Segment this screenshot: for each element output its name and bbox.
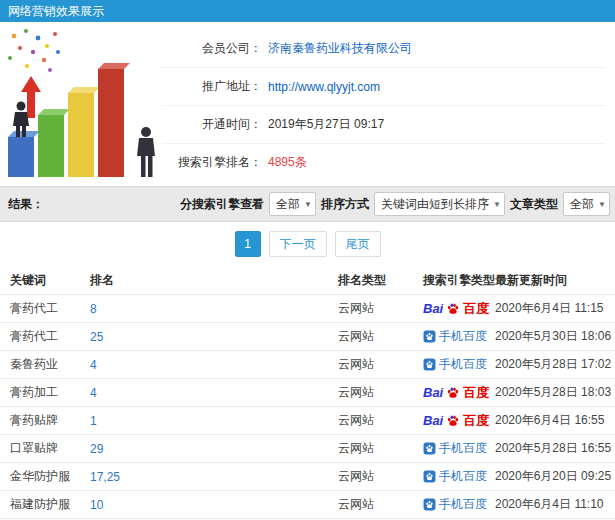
mobile-baidu-icon [423,498,436,511]
engine-cell: Bai百度 [423,412,495,430]
bar-chart-illustration-svg [0,22,162,186]
open-time-value: 2019年5月27日 09:17 [268,116,384,133]
rank-link[interactable]: 4 [90,358,338,372]
table-row: 金华防护服 17,25 云网站 手机百度 2020年6月20日 09:25 [0,462,615,490]
engine-cell: Bai百度 [423,384,495,402]
table-row: 膏药贴牌 1 云网站 Bai百度 2020年6月4日 16:55 [0,406,615,434]
updated-cell: 2020年6月20日 09:25 [495,468,615,485]
header-rank: 排名 [90,272,338,289]
filter-bar: 结果： 分搜索引擎查看 全部 ▼ 排序方式 关键词由短到长排序 ▼ 文章类型 全… [0,186,615,222]
mobile-baidu-icon [423,358,436,371]
table-row: 口罩贴牌 29 云网站 手机百度 2020年5月28日 16:55 [0,434,615,462]
baidu-logo-cn: 百度 [463,412,489,430]
mobile-baidu-icon [423,470,436,483]
confetti-dots [8,29,60,72]
updated-cell: 2020年6月4日 11:15 [495,300,615,317]
rank-link[interactable]: 10 [90,498,338,512]
engine-cell: 手机百度 [423,328,495,345]
summary-panel: 会员公司： 济南秦鲁药业科技有限公司 推广地址： http://www.qlyy… [0,22,615,186]
mobile-baidu-label: 手机百度 [439,440,487,457]
sort-filter-label: 排序方式 [321,196,369,213]
rank-type-cell: 云网站 [338,328,423,345]
chevron-down-icon: ▼ [598,194,606,216]
next-page-button[interactable]: 下一页 [269,231,327,257]
rank-type-cell: 云网站 [338,412,423,429]
mobile-baidu-label: 手机百度 [439,328,487,345]
last-page-button[interactable]: 尾页 [335,231,381,257]
updated-cell: 2020年6月4日 11:10 [495,496,615,513]
rank-link[interactable]: 8 [90,302,338,316]
updated-cell: 2020年5月28日 16:55 [495,440,615,457]
promo-url-link[interactable]: http://www.qlyyjt.com [268,80,380,94]
rank-type-cell: 云网站 [338,468,423,485]
engine-cell: 手机百度 [423,496,495,513]
page-current[interactable]: 1 [235,231,261,257]
header-keyword: 关键词 [10,272,90,289]
header-rank-type: 排名类型 [338,272,423,289]
mobile-baidu-label: 手机百度 [439,496,487,513]
table-row: 膏药代工 25 云网站 手机百度 2020年5月30日 18:06 [0,322,615,350]
header-updated: 最新更新时间 [495,272,615,289]
info-row-open-time: 开通时间： 2019年5月27日 09:17 [162,106,605,144]
keyword-cell: 秦鲁药业 [10,356,90,373]
filters-group: 分搜索引擎查看 全部 ▼ 排序方式 关键词由短到长排序 ▼ 文章类型 全部 ▼ … [180,192,611,217]
sort-select-value: 关键词由短到长排序 [381,197,489,211]
table-row: 福建防护服 10 云网站 手机百度 2020年6月4日 11:10 [0,490,615,518]
rank-type-cell: 云网站 [338,496,423,513]
result-section-label: 结果： [8,196,44,213]
rank-link[interactable]: 25 [90,330,338,344]
rank-link[interactable]: 29 [90,442,338,456]
baidu-logo-text: Bai [423,301,443,316]
engine-cell: 手机百度 [423,468,495,485]
table-body: 膏药代工 8 云网站 Bai百度 2020年6月4日 11:15 膏药代工 25… [0,294,615,520]
sort-select[interactable]: 关键词由短到长排序 ▼ [374,192,505,216]
engine-filter-label: 分搜索引擎查看 [180,196,264,213]
chevron-down-icon: ▼ [304,194,312,216]
updated-cell: 2020年6月4日 16:55 [495,412,615,429]
chevron-down-icon: ▼ [493,194,501,216]
mobile-baidu-label: 手机百度 [439,468,487,485]
updated-cell: 2020年5月28日 17:02 [495,356,615,373]
header-engine-type: 搜索引擎类型 [423,272,495,289]
rank-type-cell: 云网站 [338,300,423,317]
mobile-baidu-icon [423,442,436,455]
keyword-cell: 膏药加工 [10,384,90,401]
baidu-logo-text: Bai [423,385,443,400]
mobile-baidu-label: 手机百度 [439,356,487,373]
rank-type-cell: 云网站 [338,440,423,457]
engine-cell: 手机百度 [423,440,495,457]
table-row: 膏药代工 8 云网站 Bai百度 2020年6月4日 11:15 [0,294,615,322]
businessman-right-figure [137,127,155,177]
baidu-logo-text: Bai [423,413,443,428]
baidu-logo-cn: 百度 [463,300,489,318]
keyword-cell: 膏药代工 [10,300,90,317]
baidu-logo-cn: 百度 [463,384,489,402]
pagination: 1 下一页 尾页 [0,222,615,266]
keyword-cell: 福建防护服 [10,496,90,513]
mobile-baidu-icon [423,330,436,343]
article-type-select[interactable]: 全部 ▼ [563,192,610,216]
member-info: 会员公司： 济南秦鲁药业科技有限公司 推广地址： http://www.qlyy… [162,22,615,186]
rank-link[interactable]: 4 [90,386,338,400]
up-arrow-icon [21,76,41,118]
rank-type-cell: 云网站 [338,384,423,401]
baidu-paw-icon [446,302,460,316]
article-type-filter-label: 文章类型 [510,196,558,213]
keyword-cell: 膏药贴牌 [10,412,90,429]
article-type-select-value: 全部 [570,197,594,211]
info-row-rank-count: 搜索引擎排名： 4895条 [162,144,605,181]
engine-select-value: 全部 [276,197,300,211]
rank-link[interactable]: 17,25 [90,470,338,484]
keyword-cell: 金华防护服 [10,468,90,485]
baidu-paw-icon [446,386,460,400]
table-row: 秦鲁药业 4 云网站 手机百度 2020年5月28日 17:02 [0,350,615,378]
title-bar: 网络营销效果展示 [0,0,615,22]
company-link[interactable]: 济南秦鲁药业科技有限公司 [268,40,412,57]
open-time-label: 开通时间： [162,116,262,133]
promo-url-label: 推广地址： [162,78,262,95]
engine-select[interactable]: 全部 ▼ [269,192,316,216]
engine-cell: Bai百度 [423,300,495,318]
company-label: 会员公司： [162,40,262,57]
results-table: 关键词 排名 排名类型 搜索引擎类型 最新更新时间 膏药代工 8 云网站 Bai… [0,266,615,520]
rank-link[interactable]: 1 [90,414,338,428]
